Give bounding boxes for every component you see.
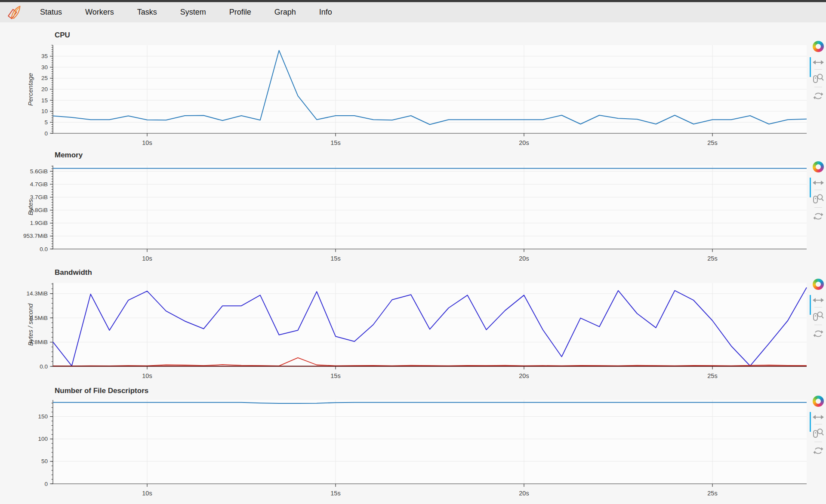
active-tool-indicator bbox=[810, 178, 811, 197]
pan-x-icon bbox=[813, 414, 824, 421]
x-tick-label: 10s bbox=[142, 372, 152, 379]
x-tick-label: 10s bbox=[142, 490, 152, 497]
plot-background bbox=[53, 166, 807, 249]
pan-x-tool-button[interactable] bbox=[813, 57, 824, 68]
plot-background bbox=[53, 283, 807, 366]
nav-tabs: Status Workers Tasks System Profile Grap… bbox=[28, 2, 344, 22]
x-tick-label: 20s bbox=[519, 139, 529, 146]
reset-icon bbox=[813, 91, 824, 101]
toolbar-separator bbox=[814, 69, 822, 70]
bokeh-toolbar bbox=[811, 161, 826, 223]
toolbar-separator bbox=[814, 325, 822, 325]
wheel-zoom-x-icon bbox=[813, 428, 824, 438]
reset-tool-button[interactable] bbox=[813, 89, 824, 103]
bokeh-logo-icon[interactable] bbox=[813, 41, 824, 52]
bokeh-logo-icon[interactable] bbox=[813, 161, 824, 172]
x-tick-label: 15s bbox=[330, 139, 340, 146]
y-tick-label: 30 bbox=[41, 64, 48, 71]
y-tick-label: 50 bbox=[41, 458, 48, 464]
x-tick-label: 25s bbox=[707, 372, 717, 379]
wheel-zoom-x-tool-button[interactable] bbox=[813, 309, 824, 323]
tab-info[interactable]: Info bbox=[308, 2, 344, 22]
tab-profile[interactable]: Profile bbox=[218, 2, 263, 22]
toolbar-separator bbox=[814, 207, 822, 208]
toolbar-separator bbox=[814, 190, 822, 190]
toolbar-separator bbox=[814, 307, 822, 307]
chart-plot-area[interactable]: 0510152025303510s15s20s25s bbox=[0, 22, 826, 148]
chart-plot-area[interactable]: 0.04.8MiB9.5MiB14.3MiB10s15s20s25s bbox=[0, 267, 826, 384]
reset-icon bbox=[813, 446, 824, 456]
plot-background bbox=[53, 400, 807, 484]
y-tick-label: 4.7GiB bbox=[30, 181, 48, 187]
chart-title: Number of File Descriptors bbox=[55, 387, 148, 395]
toolbar-separator bbox=[814, 87, 822, 87]
navbar: Status Workers Tasks System Profile Grap… bbox=[0, 2, 826, 22]
x-tick-label: 15s bbox=[330, 255, 340, 262]
active-tool-indicator bbox=[810, 412, 811, 432]
reset-tool-button[interactable] bbox=[813, 444, 824, 458]
dask-logo-icon[interactable] bbox=[5, 4, 22, 21]
y-tick-label: 5.6GiB bbox=[30, 168, 48, 175]
wheel-zoom-x-tool-button[interactable] bbox=[813, 426, 824, 440]
x-tick-label: 15s bbox=[330, 490, 340, 497]
pan-x-tool-button[interactable] bbox=[813, 178, 824, 188]
pan-x-icon bbox=[813, 297, 824, 304]
reset-tool-button[interactable] bbox=[813, 209, 824, 223]
y-tick-label: 20 bbox=[41, 86, 48, 92]
x-tick-label: 20s bbox=[519, 255, 529, 262]
y-tick-label: 25 bbox=[41, 75, 48, 81]
x-tick-label: 20s bbox=[519, 372, 529, 379]
pan-x-icon bbox=[813, 179, 824, 186]
wheel-zoom-x-icon bbox=[813, 73, 824, 83]
chart-title: CPU bbox=[55, 31, 70, 40]
chart-plot-area[interactable]: 05010015010s15s20s25s bbox=[0, 384, 826, 504]
chart-section: 05010015010s15s20s25s Number of File Des… bbox=[0, 384, 826, 504]
wheel-zoom-x-icon bbox=[813, 311, 824, 321]
y-tick-label: 14.3MiB bbox=[26, 290, 48, 297]
toolbar-separator bbox=[814, 442, 822, 442]
wheel-zoom-x-tool-button[interactable] bbox=[813, 71, 824, 85]
y-tick-label: 5 bbox=[44, 119, 48, 126]
bokeh-toolbar bbox=[811, 279, 826, 341]
bokeh-logo-icon[interactable] bbox=[813, 396, 824, 407]
y-tick-label: 35 bbox=[41, 53, 48, 59]
tab-workers[interactable]: Workers bbox=[74, 2, 126, 22]
y-tick-label: 0.0 bbox=[40, 363, 48, 370]
y-tick-label: 15 bbox=[41, 97, 48, 104]
y-tick-label: 0.0 bbox=[40, 246, 48, 252]
active-tool-indicator bbox=[810, 295, 811, 315]
x-tick-label: 20s bbox=[519, 490, 529, 497]
y-tick-label: 953.7MiB bbox=[23, 233, 48, 239]
pan-x-tool-button[interactable] bbox=[813, 412, 824, 422]
bokeh-toolbar bbox=[811, 41, 826, 103]
chart-section: 0.04.8MiB9.5MiB14.3MiB10s15s20s25s Bandw… bbox=[0, 267, 826, 384]
dask-dashboard-system-page: Status Workers Tasks System Profile Grap… bbox=[0, 0, 826, 504]
reset-tool-button[interactable] bbox=[813, 327, 824, 341]
reset-icon bbox=[813, 211, 824, 221]
y-tick-label: 100 bbox=[38, 436, 48, 442]
y-tick-label: 150 bbox=[38, 413, 48, 420]
x-tick-label: 25s bbox=[707, 255, 717, 262]
toolbar-buttons bbox=[813, 57, 824, 103]
chart-section: 0.0953.7MiB1.9GiB2.8GiB3.7GiB4.7GiB5.6Gi… bbox=[0, 148, 826, 267]
x-tick-label: 25s bbox=[707, 139, 717, 146]
toolbar-buttons bbox=[813, 412, 824, 458]
tab-system[interactable]: System bbox=[169, 2, 218, 22]
bokeh-toolbar bbox=[811, 396, 826, 458]
tab-tasks[interactable]: Tasks bbox=[126, 2, 169, 22]
chart-title: Memory bbox=[55, 151, 83, 160]
reset-icon bbox=[813, 329, 824, 339]
chart-plot-area[interactable]: 0.0953.7MiB1.9GiB2.8GiB3.7GiB4.7GiB5.6Gi… bbox=[0, 148, 826, 267]
pan-x-tool-button[interactable] bbox=[813, 295, 824, 305]
wheel-zoom-x-tool-button[interactable] bbox=[813, 192, 824, 206]
tab-status[interactable]: Status bbox=[28, 2, 74, 22]
x-tick-label: 25s bbox=[707, 490, 717, 497]
tab-graph[interactable]: Graph bbox=[263, 2, 308, 22]
toolbar-separator bbox=[814, 424, 822, 424]
chart-section: 0510152025303510s15s20s25s CPU Percentag… bbox=[0, 22, 826, 148]
y-tick-label: 10 bbox=[41, 108, 48, 114]
y-tick-label: 0 bbox=[44, 130, 48, 137]
wheel-zoom-x-icon bbox=[813, 194, 824, 204]
bokeh-logo-icon[interactable] bbox=[813, 279, 824, 290]
toolbar-buttons bbox=[813, 295, 824, 341]
